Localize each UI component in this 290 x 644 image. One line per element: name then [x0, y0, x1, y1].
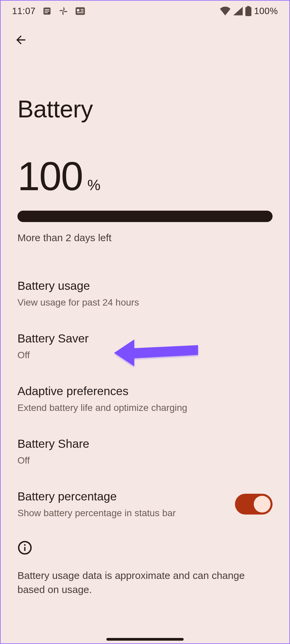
gesture-handle[interactable]	[106, 638, 184, 641]
pref-title: Adaptive preferences	[17, 383, 273, 399]
battery-percentage-toggle[interactable]	[235, 494, 273, 515]
pref-title: Battery Share	[17, 436, 273, 451]
battery-level-unit: %	[87, 177, 100, 194]
svg-rect-6	[81, 11, 84, 12]
svg-rect-1	[45, 9, 49, 10]
back-button[interactable]	[11, 30, 31, 50]
cellular-icon	[233, 7, 243, 15]
battery-level-number: 100	[17, 153, 83, 199]
pref-title: Battery percentage	[17, 488, 230, 504]
pref-subtitle: View usage for past 24 hours	[17, 296, 273, 309]
battery-level-bar	[17, 211, 273, 222]
pref-subtitle: Off	[17, 349, 273, 362]
pref-subtitle: Show battery percentage in status bar	[17, 507, 230, 520]
messages-icon	[42, 6, 52, 16]
pref-subtitle: Off	[17, 454, 273, 467]
svg-rect-7	[77, 12, 84, 13]
google-news-icon	[75, 7, 85, 15]
wifi-icon	[220, 7, 231, 15]
svg-rect-9	[245, 7, 251, 16]
svg-rect-8	[77, 9, 80, 12]
pref-battery-usage[interactable]: Battery usage View usage for past 24 hou…	[1, 267, 289, 320]
pref-title: Battery Saver	[17, 330, 273, 346]
pref-adaptive-preferences[interactable]: Adaptive preferences Extend battery life…	[1, 372, 289, 425]
pref-battery-percentage[interactable]: Battery percentage Show battery percenta…	[1, 478, 289, 530]
battery-level-summary: 100 % More than 2 days left	[1, 123, 289, 244]
battery-icon	[245, 6, 251, 16]
svg-point-13	[24, 544, 26, 546]
arrow-back-icon	[14, 33, 28, 47]
page-title: Battery	[1, 58, 289, 123]
battery-estimate: More than 2 days left	[17, 232, 273, 244]
toggle-knob	[254, 496, 271, 513]
status-battery-percent: 100%	[254, 6, 278, 16]
info-icon	[17, 540, 32, 555]
preference-list: Battery usage View usage for past 24 hou…	[1, 267, 289, 530]
svg-rect-5	[81, 9, 84, 10]
status-bar: 11:07 100%	[1, 1, 289, 21]
svg-rect-3	[45, 12, 48, 13]
svg-rect-12	[24, 547, 26, 551]
pref-battery-share[interactable]: Battery Share Off	[1, 425, 289, 478]
info-section: Battery usage data is approximate and ca…	[1, 530, 289, 607]
status-time: 11:07	[12, 6, 36, 16]
pref-subtitle: Extend battery life and optimize chargin…	[17, 401, 273, 414]
svg-rect-2	[45, 11, 49, 11]
info-text: Battery usage data is approximate and ca…	[17, 569, 273, 597]
google-photos-icon	[58, 6, 68, 16]
svg-rect-10	[247, 6, 250, 8]
pref-battery-saver[interactable]: Battery Saver Off	[1, 320, 289, 372]
pref-title: Battery usage	[17, 278, 273, 293]
app-bar	[1, 21, 289, 58]
